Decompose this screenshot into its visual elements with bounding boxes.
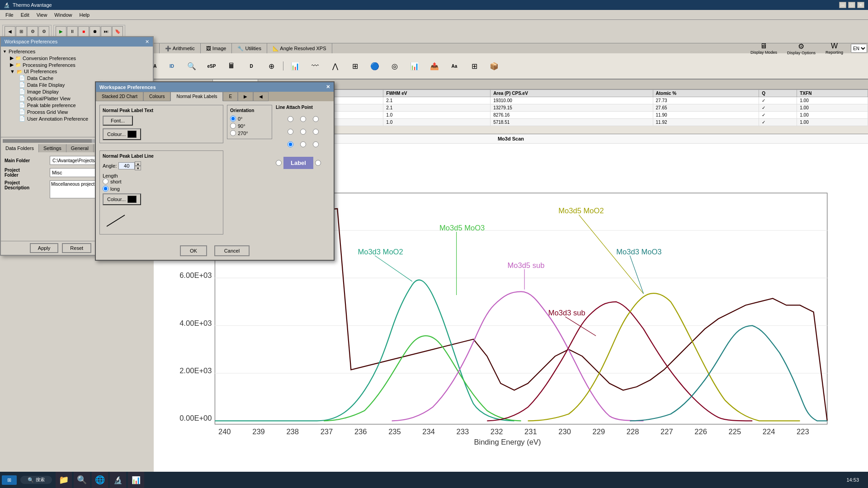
length-long-radio[interactable] (103, 186, 108, 192)
ribbon-esp-btn[interactable]: eSP (203, 62, 221, 70)
toolbar-back-btn[interactable]: ◀ (5, 26, 15, 37)
menu-edit[interactable]: Edit (17, 11, 33, 19)
ribbon-tab-utilities[interactable]: 🔧 Utilities (232, 43, 267, 53)
taskbar-app-explorer[interactable]: 📁 (56, 472, 72, 488)
tree-pg-label: Process Grid View (27, 109, 68, 115)
ribbon-cursor-btn[interactable]: ⊕ (262, 61, 280, 72)
toolbar-play-btn[interactable]: ▶ (56, 26, 66, 37)
attach-bl[interactable] (285, 139, 296, 150)
apply-btn[interactable]: Apply (30, 243, 59, 253)
svg-text:239: 239 (252, 427, 265, 436)
ribbon-id2-btn[interactable]: ID (163, 62, 181, 70)
ribbon-peak2-btn[interactable]: ⋀ (326, 61, 344, 72)
ribbon-norm-btn[interactable]: ◎ (386, 61, 404, 72)
ribbon-tab-image[interactable]: 🖼 Image (201, 43, 232, 53)
dialog-tab-stacked[interactable]: Stacked 2D Chart (96, 92, 143, 101)
ribbon-ref-btn[interactable]: ⊞ (346, 61, 364, 72)
minimize-btn[interactable]: ─ (839, 2, 846, 8)
taskbar-app-edge[interactable]: 🌐 (92, 472, 108, 488)
dialog-tab-normal-peak[interactable]: Normal Peak Labels (170, 92, 223, 101)
colour-btn[interactable]: Colour... (103, 128, 141, 140)
ribbon-quant-btn[interactable]: 🔵 (366, 61, 384, 72)
ribbon-wave-btn[interactable]: 〰 (306, 61, 324, 71)
start-button[interactable]: ⊞ (2, 475, 17, 485)
tab-data-folders[interactable]: Data Folders (1, 144, 39, 152)
tree-data-cache[interactable]: 📄Data Cache (19, 75, 151, 81)
angle-input[interactable] (118, 162, 135, 169)
length-short-radio[interactable] (103, 178, 108, 184)
taskbar-app-cortana[interactable]: 🔍 (74, 472, 90, 488)
ribbon-label-btn[interactable]: Aa (445, 62, 463, 70)
tree-preferences-root[interactable]: ▼ Preferences (3, 48, 151, 55)
tree-ui-prefs[interactable]: ▼ 📂 UI Preferences (10, 68, 151, 75)
ribbon-3d-btn[interactable]: 📦 (485, 61, 503, 72)
orient-270-radio[interactable] (230, 130, 236, 136)
toolbar-grid-btn[interactable]: ⊞ (16, 26, 27, 37)
dialog-tab-e[interactable]: E (223, 92, 238, 101)
reset-btn[interactable]: Reset (62, 243, 91, 253)
attach-tl[interactable] (285, 113, 296, 124)
ribbon-tab-angle[interactable]: 📐 Angle Resolved XPS (267, 43, 332, 53)
ribbon-bar-btn[interactable]: 📊 (406, 61, 424, 72)
attach-br[interactable] (310, 139, 321, 150)
angle-spin[interactable]: ▲ ▼ (118, 161, 141, 170)
attach-ml[interactable] (285, 126, 296, 137)
search-bar[interactable]: 🔍搜索 (20, 476, 52, 484)
taskbar-app-misc[interactable]: 📊 (128, 472, 144, 488)
toolbar-bookmark-btn[interactable]: 🔖 (112, 26, 123, 37)
tree-proc-icon: 📁 (15, 62, 21, 67)
attach-mc[interactable] (297, 126, 308, 137)
toolbar-process-btn[interactable]: ⚙ (27, 26, 38, 37)
ribbon-zoom-btn[interactable]: 🔍 (183, 61, 201, 72)
attach-mr[interactable] (310, 126, 321, 137)
attach-tr[interactable] (310, 113, 321, 124)
cell-fwhm: 2.1 (383, 104, 491, 112)
ribbon-spectrum-btn[interactable]: 📊 (286, 61, 304, 72)
attach-tc[interactable] (297, 113, 308, 124)
tree-root-expand[interactable]: ▼ (3, 49, 7, 54)
toolbar-rec-btn[interactable]: ⏺ (90, 26, 100, 37)
orient-90-radio[interactable] (230, 123, 236, 129)
menu-view[interactable]: View (33, 11, 51, 19)
tree-conversion-prefs[interactable]: ▶ 📁 Conversion Preferences (10, 55, 151, 61)
tree-conv-expand[interactable]: ▶ (10, 55, 14, 61)
line-colour-btn[interactable]: Colour... (103, 193, 141, 205)
ribbon-export-btn[interactable]: 📤 (425, 61, 443, 72)
language-select[interactable]: EN (851, 44, 867, 53)
ok-btn[interactable]: OK (180, 245, 207, 256)
menu-window[interactable]: Window (51, 11, 75, 19)
maximize-btn[interactable]: □ (848, 2, 855, 8)
angle-down-btn[interactable]: ▼ (135, 166, 141, 170)
toolbar-skip-btn[interactable]: ⏭ (101, 26, 112, 37)
label-preview-btn[interactable]: Label (283, 157, 313, 169)
label-right-radio[interactable] (315, 160, 321, 166)
tab-settings[interactable]: Settings (39, 144, 66, 152)
tab-general[interactable]: General (66, 144, 94, 152)
menu-file[interactable]: File (2, 11, 17, 19)
ribbon-table-btn[interactable]: ⊞ (465, 61, 483, 72)
close-btn[interactable]: ✕ (857, 2, 864, 8)
label-line-section: Normal Peak Label Line Angle: ▲ ▼ Length (99, 150, 223, 235)
ws-panel-close[interactable]: ✕ (145, 39, 149, 45)
tree-processing-prefs[interactable]: ▶ 📁 Processing Preferences (10, 61, 151, 68)
font-btn[interactable]: Font... (103, 116, 133, 126)
menu-help[interactable]: Help (75, 11, 93, 19)
ribbon-calc-btn[interactable]: 🖩 (222, 61, 241, 71)
ribbon-d-btn[interactable]: D (242, 62, 260, 70)
cancel-btn[interactable]: Cancel (214, 245, 250, 256)
attach-bc[interactable] (297, 139, 308, 150)
dialog-tab-prev[interactable]: ◀ (253, 92, 269, 101)
dialog-tab-colours[interactable]: Colours (143, 92, 170, 101)
dialog-close-btn[interactable]: ✕ (326, 84, 330, 90)
toolbar-pause-btn[interactable]: ⏸ (67, 26, 78, 37)
angle-up-btn[interactable]: ▲ (135, 161, 141, 166)
orient-0-radio[interactable] (230, 116, 236, 122)
toolbar-settings-btn[interactable]: ⚙ (38, 26, 49, 37)
tree-ui-expand[interactable]: ▼ (10, 69, 15, 74)
taskbar-app-avantage[interactable]: 🔬 (110, 472, 126, 488)
tree-proc-expand[interactable]: ▶ (10, 62, 14, 68)
label-left-radio[interactable] (276, 160, 282, 166)
ribbon-tab-arithmetic[interactable]: ➕ Arithmetic (160, 43, 200, 53)
toolbar-stop-btn[interactable]: ■ (78, 26, 89, 37)
dialog-tab-next[interactable]: ▶ (238, 92, 253, 101)
